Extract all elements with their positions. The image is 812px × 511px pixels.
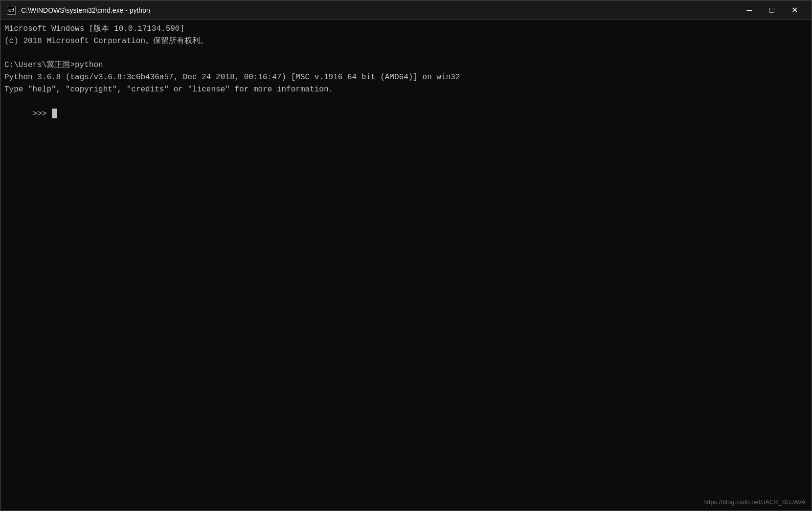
minimize-button[interactable]: ─ xyxy=(738,0,761,20)
close-button[interactable]: ✕ xyxy=(783,0,806,20)
window-title: C:\WINDOWS\system32\cmd.exe - python xyxy=(21,6,738,14)
console-area[interactable]: Microsoft Windows [版本 10.0.17134.590] (c… xyxy=(0,20,812,511)
console-line-5: Python 3.6.8 (tags/v3.6.8:3c6b436a57, De… xyxy=(4,71,808,84)
console-prompt: >>> xyxy=(33,110,51,118)
cmd-window: C:\ C:\WINDOWS\system32\cmd.exe - python… xyxy=(0,0,812,511)
window-icon: C:\ xyxy=(6,5,16,15)
console-line-2: (c) 2018 Microsoft Corporation。保留所有权利。 xyxy=(4,35,808,47)
cmd-icon: C:\ xyxy=(7,6,16,15)
cursor xyxy=(52,109,57,118)
console-line-3 xyxy=(4,47,808,60)
title-buttons: ─ □ ✕ xyxy=(738,0,806,20)
title-bar: C:\ C:\WINDOWS\system32\cmd.exe - python… xyxy=(0,0,812,20)
watermark: https://blog.csdn.net/JACK_SUJAVA xyxy=(703,498,806,507)
console-line-1: Microsoft Windows [版本 10.0.17134.590] xyxy=(4,23,808,35)
console-prompt-line: >>> xyxy=(4,96,808,132)
console-line-4: C:\Users\冀正国>python xyxy=(4,59,808,71)
maximize-button[interactable]: □ xyxy=(761,0,783,20)
console-line-6: Type "help", "copyright", "credits" or "… xyxy=(4,84,808,96)
